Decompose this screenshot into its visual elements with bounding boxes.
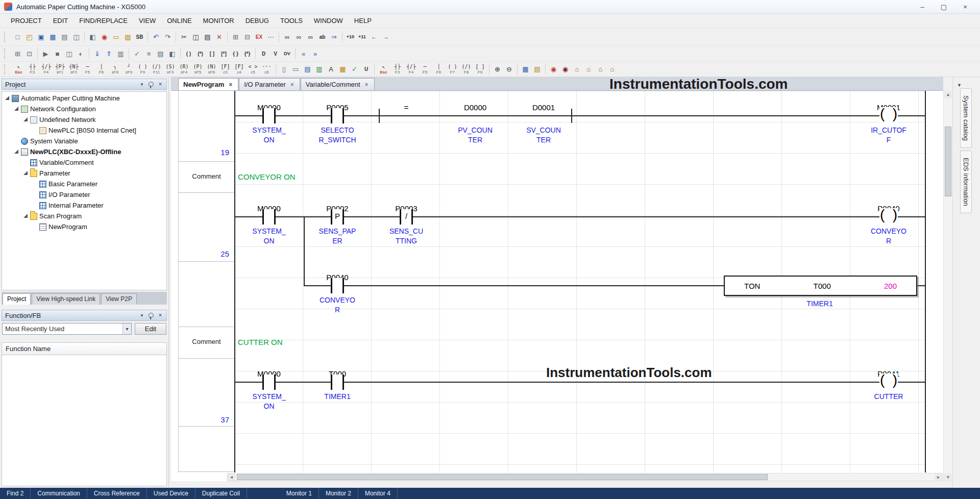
status-item[interactable]: Find 2: [0, 488, 31, 499]
monitor-select-icon[interactable]: ↖ Esc: [377, 62, 390, 77]
ex-mode-icon[interactable]: EX: [253, 31, 265, 43]
comment-window-icon[interactable]: ▥: [313, 63, 325, 75]
navigate-forward-icon[interactable]: →: [380, 31, 391, 43]
monitor-tab[interactable]: Monitor 1: [280, 488, 319, 499]
tree-item[interactable]: NewProgram: [2, 221, 166, 232]
tree-item[interactable]: Basic Parameter: [2, 179, 166, 189]
no-contact[interactable]: [262, 375, 276, 390]
variable-view-icon[interactable]: V: [270, 48, 281, 60]
check-program-icon[interactable]: ✓: [349, 63, 360, 75]
scroll-up-icon[interactable]: [944, 91, 952, 98]
module-change-icon[interactable]: ◉: [559, 63, 571, 75]
device-variable-view-icon[interactable]: DV: [281, 48, 293, 60]
copy-icon[interactable]: ◫: [190, 31, 202, 43]
monitor-closed-contact-icon[interactable]: ┤/├ F4: [404, 62, 418, 77]
new-project-icon[interactable]: □: [12, 31, 23, 43]
editor-tab[interactable]: NewProgram: [178, 78, 238, 90]
navigate-back-icon[interactable]: ←: [368, 31, 380, 43]
no-contact[interactable]: [331, 375, 344, 390]
nb-function-icon[interactable]: [F] c4: [232, 62, 246, 77]
close-panel-icon[interactable]: [157, 81, 163, 87]
pin-icon[interactable]: [149, 82, 154, 87]
monitor-closed-coil-icon[interactable]: (/) F8: [459, 62, 473, 77]
replace-icon[interactable]: ab: [316, 31, 328, 43]
rack-icon[interactable]: ⌂: [583, 63, 595, 75]
scroll-right-icon[interactable]: [935, 473, 942, 481]
tree-item[interactable]: Undefined Network: [2, 114, 166, 125]
device-view-icon[interactable]: D: [258, 48, 270, 60]
zoom-out-icon[interactable]: ⊖: [503, 63, 515, 75]
no-contact[interactable]: [331, 108, 344, 123]
dock-tab[interactable]: View P2P: [101, 293, 137, 305]
menu-item[interactable]: MONITOR: [198, 14, 240, 28]
options-icon[interactable]: ⋯: [265, 31, 277, 43]
insert-cell-icon[interactable]: ▯: [278, 63, 290, 75]
find-icon[interactable]: ∞: [281, 31, 293, 43]
previous-window-icon[interactable]: «: [298, 48, 309, 60]
delete-icon[interactable]: ✕: [213, 31, 225, 43]
tree-item[interactable]: NewPLC(XBC-DxxxE)-Offline: [2, 146, 166, 157]
step-over-11-icon[interactable]: +11: [356, 31, 368, 43]
io-information-icon[interactable]: ⊞: [12, 48, 23, 60]
tree-item[interactable]: I/O Parameter: [2, 189, 166, 200]
ladder-editor[interactable]: M0000 P0005 = D0000 D0001 M0001 SYSTEM_O…: [171, 91, 943, 481]
function-filter-select[interactable]: Most Recently Used: [2, 323, 132, 335]
menu-item[interactable]: ONLINE: [161, 14, 197, 28]
monitor-tab[interactable]: Monitor 4: [358, 488, 398, 499]
lock-icon[interactable]: ◧: [166, 48, 178, 60]
tree-item[interactable]: Automatic Paper Cutting Machine: [2, 93, 166, 104]
monitor-vline-icon[interactable]: │ F6: [432, 62, 446, 77]
brace-icon[interactable]: { }: [230, 48, 241, 60]
memo-icon[interactable]: ▨: [122, 31, 134, 43]
menu-item[interactable]: EDIT: [47, 14, 74, 28]
menu-item[interactable]: DEBUG: [240, 14, 275, 28]
label-tool-icon[interactable]: A: [325, 63, 337, 75]
print-ladder-icon[interactable]: ▤: [155, 48, 166, 60]
find-device-icon[interactable]: ∞: [305, 31, 316, 43]
no-contact[interactable]: [331, 278, 344, 293]
close-button[interactable]: ×: [954, 0, 976, 13]
read-plc-icon[interactable]: ⇑: [103, 48, 115, 60]
horizontal-line-icon[interactable]: ─ F5: [81, 62, 94, 77]
editor-tab[interactable]: I/O Parameter: [239, 78, 300, 90]
closed-coil-icon[interactable]: (/) F11: [150, 62, 163, 77]
etc-tool-icon[interactable]: ··· c6: [260, 62, 274, 77]
comment-icon[interactable]: ▭: [110, 31, 122, 43]
undo-icon[interactable]: ↶: [150, 31, 162, 43]
open-project-icon[interactable]: ◰: [23, 31, 35, 43]
next-window-icon[interactable]: »: [309, 48, 321, 60]
emergency-stop-icon[interactable]: ◉: [548, 63, 559, 75]
status-item[interactable]: Duplicate Coil: [195, 488, 247, 499]
pin-icon[interactable]: [149, 313, 154, 318]
base-icon[interactable]: ⌂: [571, 63, 583, 75]
horizontal-scrollbar[interactable]: [227, 473, 943, 481]
side-tab[interactable]: System catalog: [960, 88, 972, 148]
monitor-open-contact-icon[interactable]: ┤├ F3: [390, 62, 404, 77]
vertical-scrollbar[interactable]: [943, 91, 952, 481]
expander-icon[interactable]: [14, 149, 19, 154]
delete-line-icon[interactable]: ⊟: [241, 31, 253, 43]
monitor-tab[interactable]: Monitor 2: [319, 488, 358, 499]
function-block-icon[interactable]: [F] c3: [218, 62, 232, 77]
expander-icon[interactable]: [23, 214, 28, 218]
find-again-icon[interactable]: ∞: [293, 31, 305, 43]
vertical-line-icon[interactable]: │ F6: [94, 62, 108, 77]
timer-function-block[interactable]: TON T000 200: [724, 276, 917, 296]
debug-mode-icon[interactable]: ◐: [75, 48, 87, 60]
power-icon[interactable]: ⌂: [606, 63, 618, 75]
closed-contact-icon[interactable]: ┤/├ F4: [39, 62, 53, 77]
goto-icon[interactable]: ⇒: [328, 31, 340, 43]
expander-icon[interactable]: [33, 182, 37, 186]
device-comment-icon[interactable]: ▦: [337, 63, 349, 75]
expander-icon[interactable]: [33, 203, 37, 208]
run-mode-icon[interactable]: ▶: [40, 48, 52, 60]
cut-icon[interactable]: ✂: [178, 31, 190, 43]
menu-item[interactable]: FIND/REPLACE: [74, 14, 133, 28]
expander-icon[interactable]: [23, 117, 28, 122]
expander-icon[interactable]: [5, 96, 10, 101]
expander-icon[interactable]: [14, 139, 19, 143]
set-coil-icon[interactable]: (S) sF3: [163, 62, 177, 77]
tree-item[interactable]: Scan Program: [2, 211, 166, 221]
paste-icon[interactable]: ▤: [202, 31, 213, 43]
close-icon[interactable]: [364, 82, 370, 87]
